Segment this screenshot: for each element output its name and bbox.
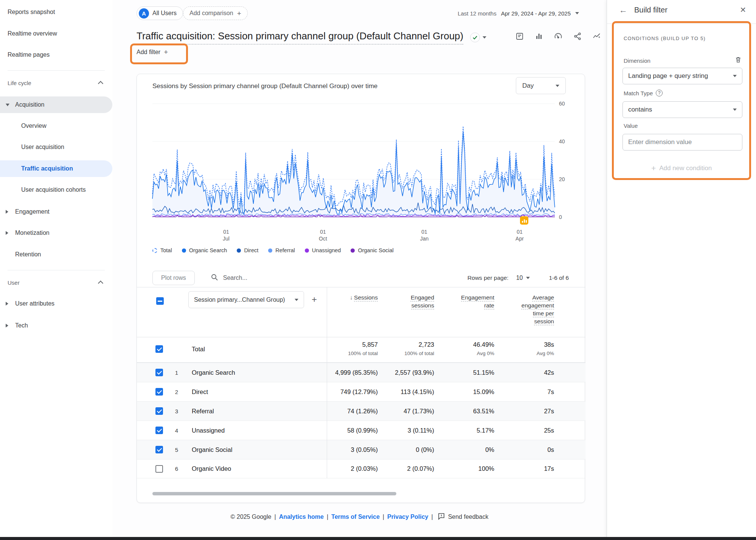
total-engaged-sub: 100% of total [378, 351, 434, 356]
tick-day: 01 [420, 228, 429, 235]
insights-icon[interactable] [592, 32, 601, 41]
chevron-up-icon [98, 81, 103, 86]
footer-link-terms[interactable]: Terms of Service [331, 514, 380, 520]
table-row[interactable]: 4 Unassigned 58 (0.99%) 3 (0.11%) 5.17% … [137, 421, 585, 440]
column-header-sessions[interactable]: ↓Sessions [327, 287, 378, 337]
sidebar-item-retention[interactable]: Retention [0, 246, 112, 263]
chart-title: Sessions by Session primary channel grou… [152, 82, 377, 90]
help-icon[interactable]: ? [656, 90, 663, 96]
legend-label: Referral [275, 247, 295, 253]
sidebar-item-acquisition[interactable]: Acquisition [0, 96, 112, 113]
column-header-avg-engagement-time[interactable]: Average engagement time per session [494, 287, 554, 337]
row-checkbox[interactable] [155, 388, 163, 396]
sidebar-item-reports-snapshot[interactable]: Reports snapshot [0, 4, 112, 20]
sidebar-section-user[interactable]: User [0, 274, 112, 291]
add-comparison-button[interactable]: Add comparison + [183, 6, 248, 20]
add-filter-button[interactable]: Add filter + [137, 48, 168, 56]
feedback-icon [438, 512, 445, 521]
table-row[interactable]: 2 Direct 749 (12.79%) 113 (4.15%) 15.09%… [137, 382, 585, 401]
legend-item-total[interactable]: Total [152, 247, 172, 253]
row-index: 2 [166, 389, 181, 395]
match-type-select[interactable]: contains [622, 101, 742, 118]
row-checkbox[interactable] [155, 427, 163, 434]
y-axis-tick: 40 [559, 138, 574, 144]
sidebar-item-traffic-acquisition[interactable]: Traffic acquisition [0, 160, 112, 177]
row-checkbox[interactable] [155, 369, 163, 376]
segment-avatar: A [139, 8, 149, 19]
legend-item-referral[interactable]: Referral [268, 247, 295, 253]
cell-rate: 51.15% [434, 369, 494, 376]
channel-name: Organic Social [181, 446, 327, 453]
table-row[interactable]: 6 Organic Video 2 (0.03%) 2 (0.07%) 100%… [137, 459, 585, 478]
footer-link-privacy[interactable]: Privacy Policy [387, 514, 428, 520]
sidebar-item-user-attributes[interactable]: User attributes [0, 295, 112, 312]
sidebar-item-realtime-overview[interactable]: Realtime overview [0, 25, 112, 42]
sidebar-section-life-cycle[interactable]: Life cycle [0, 74, 112, 91]
footer-link-analytics-home[interactable]: Analytics home [279, 514, 324, 520]
rows-per-page-value: 10 [516, 275, 523, 281]
dimension-select[interactable]: Landing page + query string [622, 68, 742, 84]
delete-condition-icon[interactable] [734, 56, 742, 65]
legend-item-unassigned[interactable]: Unassigned [305, 247, 341, 253]
chart-annotation-icon[interactable] [520, 216, 528, 225]
total-label: Total [181, 337, 327, 362]
dimension-value-input[interactable] [622, 134, 742, 151]
reports-navigation: Reports snapshot Realtime overview Realt… [0, 0, 112, 540]
row-checkbox[interactable] [155, 465, 163, 473]
column-header-engaged-sessions[interactable]: Engaged sessions [378, 287, 434, 337]
sidebar-item-realtime-pages[interactable]: Realtime pages [0, 47, 112, 63]
table-row[interactable]: 1 Organic Search 4,999 (85.35%) 2,557 (9… [137, 363, 585, 382]
date-range-label: Apr 29, 2024 - Apr 29, 2025 [501, 10, 571, 17]
data-quality-badge[interactable] [470, 33, 486, 42]
search-icon [211, 273, 218, 282]
sidebar-item-overview[interactable]: Overview [0, 118, 112, 134]
gauge-icon[interactable] [554, 32, 563, 41]
y-axis-tick: 60 [559, 101, 574, 107]
legend-item-organic-search[interactable]: Organic Search [182, 247, 227, 253]
sidebar-item-monetization[interactable]: Monetization [0, 225, 112, 241]
row-checkbox[interactable] [155, 407, 163, 415]
column-header-engagement-rate[interactable]: Engagement rate [434, 287, 494, 337]
share-icon[interactable] [573, 32, 582, 41]
footer-separator: | [274, 514, 276, 520]
segment-label: All Users [152, 10, 177, 17]
chevron-right-icon [6, 231, 8, 235]
conditions-section-header: CONDITIONS (BUILD UP TO 5) [624, 36, 706, 41]
rows-per-page-select[interactable]: 10 [516, 275, 530, 281]
legend-dot [305, 248, 309, 253]
sidebar-item-engagement[interactable]: Engagement [0, 203, 112, 220]
footer-separator: | [327, 514, 328, 520]
match-type-label: Match Type ? [624, 90, 663, 96]
add-new-condition-button[interactable]: + Add new condition [607, 164, 756, 172]
cell-engaged: 0 (0%) [378, 446, 434, 453]
all-users-segment-chip[interactable]: A All Users [137, 6, 183, 20]
row-checkbox[interactable] [155, 446, 163, 453]
close-icon[interactable]: ✕ [740, 5, 746, 14]
legend-item-organic-social[interactable]: Organic Social [351, 247, 393, 253]
x-axis-tick: 01 Apr [515, 228, 524, 242]
row-index: 6 [166, 466, 181, 472]
plot-rows-button[interactable]: Plot rows [152, 271, 195, 285]
legend-dot [351, 248, 355, 253]
cell-engaged: 2 (0.07%) [378, 465, 434, 472]
table-row[interactable]: 5 Organic Social 3 (0.05%) 0 (0%) 0% 0s [137, 440, 585, 459]
row-checkbox[interactable] [155, 345, 163, 353]
sidebar-item-user-acquisition[interactable]: User acquisition [0, 139, 112, 155]
sidebar-item-tech[interactable]: Tech [0, 317, 112, 334]
horizontal-scrollbar[interactable] [152, 492, 396, 495]
notes-icon[interactable] [515, 32, 524, 41]
cell-time: 25s [494, 427, 554, 434]
table-total-row: Total 5,857 100% of total 2,723 100% of … [137, 337, 585, 363]
date-range-picker[interactable]: Last 12 months Apr 29, 2024 - Apr 29, 20… [458, 6, 579, 20]
report-main: A All Users Add comparison + Last 12 mon… [112, 0, 607, 540]
search-input[interactable] [223, 275, 352, 281]
send-feedback-button[interactable]: Send feedback [438, 512, 489, 521]
legend-item-direct[interactable]: Direct [237, 247, 258, 253]
bar-chart-icon[interactable] [534, 32, 543, 41]
cell-sessions: 74 (1.26%) [327, 408, 378, 415]
back-arrow-icon[interactable]: ← [619, 5, 627, 15]
sidebar-item-label: Acquisition [15, 101, 44, 108]
table-row[interactable]: 3 Referral 74 (1.26%) 47 (1.73%) 63.51% … [137, 401, 585, 421]
granularity-select[interactable]: Day [516, 77, 566, 94]
sidebar-item-user-acquisition-cohorts[interactable]: User acquisition cohorts [0, 182, 112, 198]
